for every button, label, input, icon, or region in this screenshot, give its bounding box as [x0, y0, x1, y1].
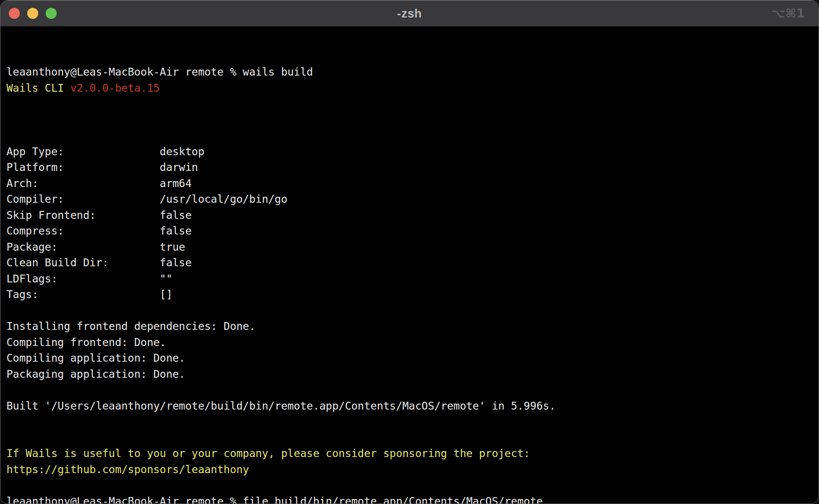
terminal-text: leaanthony@Leas-MacBook-Air remote % fil…: [6, 495, 543, 504]
terminal-line: Clean Build Dir: false: [6, 255, 815, 271]
terminal-line: leaanthony@Leas-MacBook-Air remote % fil…: [6, 493, 815, 504]
terminal-text: Compiling frontend: Done.: [6, 336, 166, 348]
terminal-text: Tags: []: [6, 288, 172, 300]
terminal-text: leaanthony@Leas-MacBook-Air remote % wai…: [6, 66, 313, 78]
terminal-text: https://github.com/sponsors/leaanthony: [6, 463, 249, 475]
terminal-line: [6, 96, 815, 112]
terminal-line: Compiling frontend: Done.: [6, 334, 815, 351]
terminal-text: LDFlags: "": [6, 273, 172, 285]
terminal-line: Compress: false: [6, 223, 815, 239]
zoom-button[interactable]: [46, 8, 57, 19]
terminal-line: Skip Frontend: false: [6, 207, 815, 223]
terminal-text: Package: true: [6, 241, 185, 253]
terminal-line: Installing frontend dependencies: Done.: [6, 318, 815, 334]
terminal-text: Compiling application: Done.: [6, 352, 185, 364]
terminal-line: [6, 382, 815, 398]
window-title: -zsh: [397, 6, 422, 21]
terminal-output: leaanthony@Leas-MacBook-Air remote % wai…: [6, 64, 815, 504]
terminal-line: [6, 430, 815, 446]
terminal-line: Compiling application: Done.: [6, 350, 815, 366]
terminal-text: Skip Frontend: false: [6, 209, 192, 221]
terminal-text: Compiler: /usr/local/go/bin/go: [6, 193, 287, 205]
terminal-line: Tags: []: [6, 287, 815, 303]
terminal-line: [6, 414, 815, 430]
close-button[interactable]: [9, 8, 20, 19]
terminal-line: Wails CLI v2.0.0-beta.15: [6, 80, 815, 96]
window-controls: [9, 8, 57, 19]
terminal-line: Arch: arm64: [6, 176, 815, 192]
terminal-screen[interactable]: leaanthony@Leas-MacBook-Air remote % wai…: [0, 27, 819, 504]
minimize-button[interactable]: [27, 8, 38, 19]
terminal-text: Wails CLI: [6, 82, 70, 94]
terminal-text: Installing frontend dependencies: Done.: [6, 320, 255, 332]
terminal-line: App Type: desktop: [6, 144, 815, 160]
terminal-text: If Wails is useful to you or your compan…: [6, 447, 530, 459]
terminal-line: Package: true: [6, 239, 815, 255]
window-titlebar[interactable]: -zsh ⌥⌘1: [0, 0, 819, 27]
terminal-line: Compiler: /usr/local/go/bin/go: [6, 191, 815, 207]
terminal-text: Packaging application: Done.: [6, 368, 185, 380]
terminal-line: Platform: darwin: [6, 159, 815, 176]
terminal-line: [6, 477, 815, 493]
terminal-text: Clean Build Dir: false: [6, 257, 192, 269]
terminal-line: leaanthony@Leas-MacBook-Air remote % wai…: [6, 64, 815, 80]
terminal-line: [6, 112, 815, 128]
terminal-line: [6, 303, 815, 319]
terminal-line: LDFlags: "": [6, 271, 815, 287]
terminal-window: -zsh ⌥⌘1 leaanthony@Leas-MacBook-Air rem…: [0, 0, 819, 504]
terminal-text: v2.0.0-beta.15: [70, 82, 160, 94]
terminal-line: https://github.com/sponsors/leaanthony: [6, 462, 815, 478]
terminal-text: Arch: arm64: [6, 177, 192, 189]
terminal-text: Compress: false: [6, 225, 192, 237]
terminal-line: If Wails is useful to you or your compan…: [6, 445, 815, 462]
terminal-text: Platform: darwin: [6, 161, 198, 173]
terminal-text: App Type: desktop: [6, 146, 204, 158]
terminal-line: Packaging application: Done.: [6, 366, 815, 382]
terminal-line: [6, 128, 815, 144]
tab-shortcut-badge: ⌥⌘1: [772, 0, 805, 26]
terminal-line: Built '/Users/leaanthony/remote/build/bi…: [6, 398, 815, 414]
terminal-text: Built '/Users/leaanthony/remote/build/bi…: [6, 400, 556, 412]
